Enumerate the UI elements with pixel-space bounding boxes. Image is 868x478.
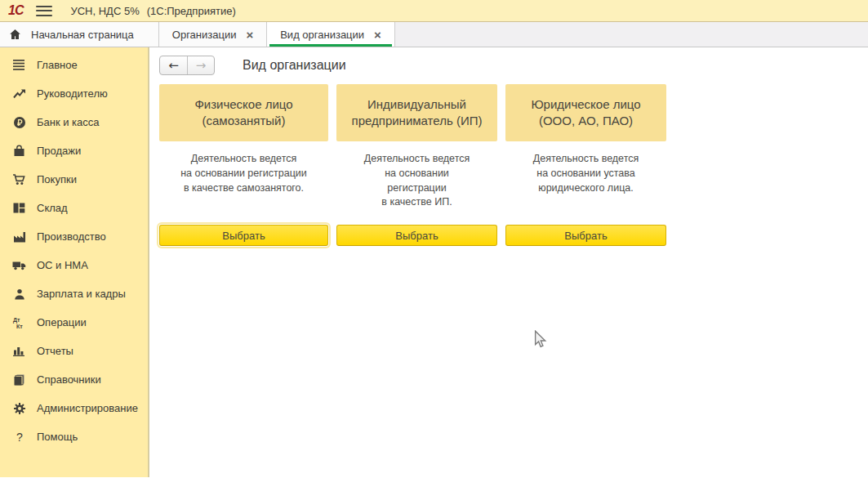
app-title: УСН, НДС 5% xyxy=(70,5,139,17)
sidebar-item-label: Операции xyxy=(37,316,87,328)
svg-text:?: ? xyxy=(16,431,23,444)
sidebar-item-proizvodstvo[interactable]: Производство xyxy=(0,222,148,251)
sidebar-item-spravochniki[interactable]: Справочники xyxy=(0,365,148,394)
sidebar-item-rukovoditelyu[interactable]: Руководителю xyxy=(0,79,148,108)
shopping-cart-icon xyxy=(12,172,26,186)
sidebar-item-label: Продажи xyxy=(37,145,81,157)
svg-text:Дт: Дт xyxy=(13,317,20,324)
sidebar-item-label: Покупки xyxy=(37,173,77,185)
sidebar-item-pomosch[interactable]: ? Помощь xyxy=(0,422,148,451)
sidebar-item-administrirovanie[interactable]: Администрирование xyxy=(0,394,148,422)
sidebar-item-label: Руководителю xyxy=(37,87,108,100)
sidebar-item-label: Производство xyxy=(37,230,106,243)
sidebar-item-label: Зарплата и кадры xyxy=(37,288,126,300)
1c-logo: 1С xyxy=(8,3,23,18)
organization-type-cards: Физическое лицо (самозанятый) Деятельнос… xyxy=(159,84,868,246)
select-button-selfemployed[interactable]: Выбрать xyxy=(159,225,328,246)
debit-credit-icon: ДтКт xyxy=(12,315,26,329)
sidebar-item-label: Главное xyxy=(37,59,78,71)
gear-icon xyxy=(12,401,26,415)
sidebar-item-label: Справочники xyxy=(37,373,101,386)
forward-button[interactable]: → xyxy=(187,56,214,74)
factory-icon xyxy=(12,230,26,243)
card-individual-selfemployed: Физическое лицо (самозанятый) Деятельнос… xyxy=(159,84,328,246)
card-title: Юридическое лицо (ООО, АО, ПАО) xyxy=(505,84,666,141)
tab-bar: Начальная страница Организации × Вид орг… xyxy=(0,22,868,47)
tab-label: Начальная страница xyxy=(31,29,134,41)
card-title: Физическое лицо (самозанятый) xyxy=(159,84,328,141)
sidebar-item-label: ОС и НМА xyxy=(37,259,88,271)
section-sidebar: Главное Руководителю Банк и касса Продаж… xyxy=(0,47,149,477)
tab-organizations[interactable]: Организации × xyxy=(159,22,267,47)
sidebar-item-label: Отчеты xyxy=(37,345,73,357)
tab-organization-type[interactable]: Вид организации × xyxy=(267,22,395,47)
close-icon[interactable]: × xyxy=(374,29,381,41)
shopping-bag-icon xyxy=(12,144,26,158)
back-button[interactable]: ← xyxy=(160,56,187,74)
home-icon xyxy=(9,29,21,40)
sidebar-item-zarplata-i-kadry[interactable]: Зарплата и кадры xyxy=(0,279,148,308)
top-bar: 1С УСН, НДС 5%(1С:Предприятие) xyxy=(0,0,868,22)
ruble-circle-icon xyxy=(12,115,26,129)
books-icon xyxy=(12,373,26,386)
sidebar-item-sklad[interactable]: Склад xyxy=(0,194,148,222)
tab-home-page[interactable]: Начальная страница xyxy=(0,22,159,47)
tab-label: Организации xyxy=(172,29,237,41)
card-description: Деятельность ведется на основании регист… xyxy=(159,152,328,225)
sidebar-item-bank-i-kassa[interactable]: Банк и касса xyxy=(0,108,148,136)
tab-label: Вид организации xyxy=(280,29,364,41)
platform-title: (1С:Предприятие) xyxy=(147,5,236,17)
sidebar-item-prodazhi[interactable]: Продажи xyxy=(0,136,148,165)
active-tab-underline xyxy=(269,44,392,47)
sidebar-item-operacii[interactable]: ДтКт Операции xyxy=(0,308,148,337)
sidebar-item-label: Помощь xyxy=(37,431,78,443)
sidebar-item-otchety[interactable]: Отчеты xyxy=(0,337,148,365)
sidebar-item-glavnoe[interactable]: Главное xyxy=(0,51,148,79)
sidebar-item-label: Администрирование xyxy=(37,402,138,414)
bar-chart-icon xyxy=(12,344,26,358)
page-title: Вид организации xyxy=(243,58,346,73)
card-legal-entity: Юридическое лицо (ООО, АО, ПАО) Деятельн… xyxy=(505,84,666,246)
window-title: УСН, НДС 5%(1С:Предприятие) xyxy=(70,5,235,17)
svg-text:Кт: Кт xyxy=(16,324,23,329)
close-icon[interactable]: × xyxy=(246,29,253,41)
sidebar-item-os-i-nma[interactable]: ОС и НМА xyxy=(0,251,148,279)
main-menu-icon[interactable] xyxy=(36,6,52,16)
card-title: Индивидуальный предприниматель (ИП) xyxy=(336,84,497,141)
trend-chart-icon xyxy=(12,87,26,101)
card-description: Деятельность ведется на основании регист… xyxy=(336,152,497,225)
question-icon: ? xyxy=(12,430,26,444)
sidebar-item-label: Банк и касса xyxy=(37,116,100,128)
person-icon xyxy=(12,287,26,301)
sidebar-item-label: Склад xyxy=(37,202,68,214)
main-content: ← → Вид организации Физическое лицо (сам… xyxy=(149,47,868,477)
history-nav-buttons: ← → xyxy=(159,56,215,75)
truck-icon xyxy=(12,258,26,272)
card-description: Деятельность ведется на основании устава… xyxy=(505,152,666,225)
app-window: 1С УСН, НДС 5%(1С:Предприятие) Начальная… xyxy=(0,0,868,478)
select-button-legal-entity[interactable]: Выбрать xyxy=(505,225,666,246)
warehouse-icon xyxy=(12,201,26,215)
card-individual-entrepreneur: Индивидуальный предприниматель (ИП) Деят… xyxy=(336,84,497,246)
select-button-entrepreneur[interactable]: Выбрать xyxy=(336,225,497,246)
sidebar-item-pokupki[interactable]: Покупки xyxy=(0,165,148,194)
menu-lines-icon xyxy=(12,58,26,72)
